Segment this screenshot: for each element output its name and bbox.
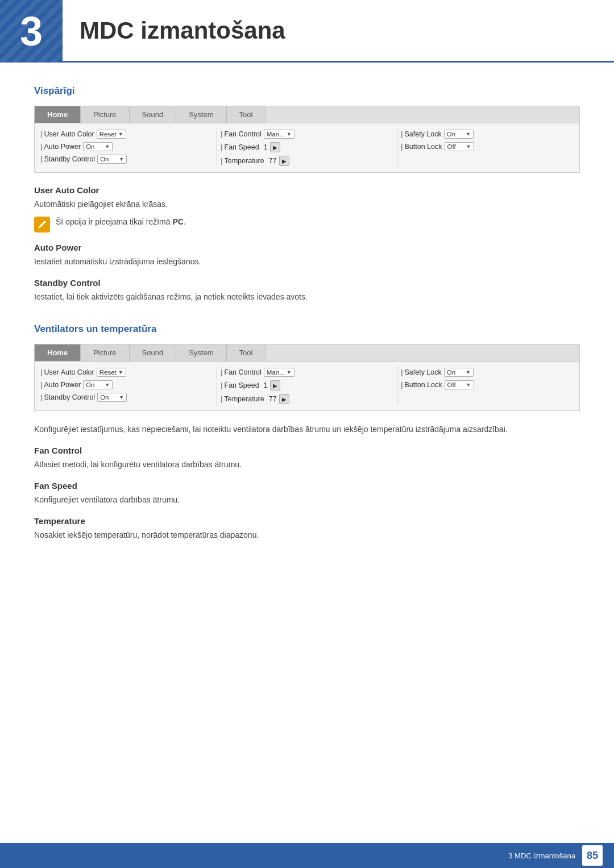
table-row: Auto Power On ▼ xyxy=(40,140,213,153)
user-auto-color-select[interactable]: Reset ▼ xyxy=(97,130,126,139)
table-row: Button Lock Off ▼ xyxy=(401,140,574,153)
fan-control-select[interactable]: Man... ▼ xyxy=(264,130,294,139)
table2-col1: User Auto Color Reset ▼ Auto Power On ▼ … xyxy=(37,366,217,406)
t2-user-auto-color-select[interactable]: Reset ▼ xyxy=(97,368,126,377)
note-box: Šī opcija ir pieejama tikai režīmā PC. xyxy=(34,216,580,232)
t2-temperature-value: 77 xyxy=(269,395,277,403)
tab1-home[interactable]: Home xyxy=(35,106,81,123)
footer-page: 85 xyxy=(582,845,603,866)
sub-heading-standby-control: Standby Control xyxy=(34,278,580,288)
sub-heading-fan-speed: Fan Speed xyxy=(34,481,580,491)
temperature-value: 77 xyxy=(269,157,277,165)
table2-tabs: Home Picture Sound System Tool xyxy=(35,344,579,362)
row-user-auto-color-label: User Auto Color xyxy=(40,130,94,138)
table-row: User Auto Color Reset ▼ xyxy=(40,366,213,379)
table-row: Standby Control On ▼ xyxy=(40,153,213,165)
row2-user-auto-color-label: User Auto Color xyxy=(40,368,94,376)
sub-heading-temperature: Temperature xyxy=(34,516,580,526)
t2-standby-control-select[interactable]: On ▼ xyxy=(97,393,127,402)
row-standby-control-label: Standby Control xyxy=(40,155,95,163)
tab2-home[interactable]: Home xyxy=(35,344,81,361)
sub-text-fan-control: Atlasiet metodi, lai konfigurētu ventila… xyxy=(34,459,580,471)
row-auto-power-label: Auto Power xyxy=(40,143,81,151)
table2-col3: Safety Lock On ▼ Button Lock Off ▼ xyxy=(397,366,577,406)
table-row: Temperature 77 ▶ xyxy=(221,392,393,406)
table1-col1: User Auto Color Reset ▼ Auto Power On ▼ … xyxy=(37,128,217,168)
sub-text-temperature: Nosakiet iekšējo temperatūru, norādot te… xyxy=(34,529,580,541)
safety-lock-select[interactable]: On ▼ xyxy=(444,130,474,139)
row-button-lock-label: Button Lock xyxy=(401,143,442,151)
header: 3 MDC izmantošana xyxy=(0,0,614,63)
row-safety-lock-label: Safety Lock xyxy=(401,130,442,138)
t2-temperature-arrow[interactable]: ▶ xyxy=(279,394,289,404)
table-row: Fan Speed 1 ▶ xyxy=(221,379,393,392)
table1: Home Picture Sound System Tool User Auto… xyxy=(34,106,580,173)
table2-col2: Fan Control Man... ▼ Fan Speed 1 ▶ Tempe… xyxy=(217,366,397,406)
tab1-picture[interactable]: Picture xyxy=(81,106,129,123)
table-row: Auto Power On ▼ xyxy=(40,379,213,391)
table2-body: User Auto Color Reset ▼ Auto Power On ▼ … xyxy=(35,362,579,410)
table-row: Fan Speed 1 ▶ xyxy=(221,140,393,154)
table1-col3: Safety Lock On ▼ Button Lock Off ▼ xyxy=(397,128,577,168)
section1-title: Vispārīgi xyxy=(34,85,580,97)
row2-button-lock-label: Button Lock xyxy=(401,381,442,389)
tab2-system[interactable]: System xyxy=(176,344,226,361)
row-fan-control-label: Fan Control xyxy=(221,130,262,138)
table-row: Button Lock Off ▼ xyxy=(401,379,574,391)
chapter-number: 3 xyxy=(20,11,43,52)
table1-col2: Fan Control Man... ▼ Fan Speed 1 ▶ Tempe… xyxy=(217,128,397,168)
t2-button-lock-select[interactable]: Off ▼ xyxy=(445,380,474,389)
row2-auto-power-label: Auto Power xyxy=(40,381,81,389)
table2: Home Picture Sound System Tool User Auto… xyxy=(34,344,580,411)
t2-auto-power-select[interactable]: On ▼ xyxy=(83,380,113,389)
row2-fan-speed-label: Fan Speed xyxy=(221,381,259,389)
tab1-sound[interactable]: Sound xyxy=(130,106,177,123)
chapter-title-block: MDC izmantošana xyxy=(63,0,614,63)
section2-title: Ventilators un temperatūra xyxy=(34,323,580,335)
note-text: Šī opcija ir pieejama tikai režīmā PC. xyxy=(56,216,186,228)
tab1-system[interactable]: System xyxy=(176,106,226,123)
table1-tabs: Home Picture Sound System Tool xyxy=(35,106,579,123)
row2-fan-control-label: Fan Control xyxy=(221,368,262,376)
fan-speed-value: 1 xyxy=(264,143,268,151)
t2-fan-speed-arrow[interactable]: ▶ xyxy=(270,380,280,391)
row-fan-speed-label: Fan Speed xyxy=(221,143,259,151)
table-row: Fan Control Man... ▼ xyxy=(221,128,393,140)
tab2-sound[interactable]: Sound xyxy=(130,344,177,361)
svg-point-0 xyxy=(44,221,46,223)
table-row: Standby Control On ▼ xyxy=(40,391,213,404)
table-row: Fan Control Man... ▼ xyxy=(221,366,393,379)
content-area: Vispārīgi Home Picture Sound System Tool… xyxy=(0,85,614,579)
tab2-picture[interactable]: Picture xyxy=(81,344,129,361)
row-temperature-label: Temperature xyxy=(221,157,264,165)
table1-body: User Auto Color Reset ▼ Auto Power On ▼ … xyxy=(35,123,579,172)
sub-heading-user-auto-color: User Auto Color xyxy=(34,185,580,195)
tab1-tool[interactable]: Tool xyxy=(227,106,266,123)
row2-safety-lock-label: Safety Lock xyxy=(401,368,442,376)
t2-safety-lock-select[interactable]: On ▼ xyxy=(444,368,474,377)
row2-temperature-label: Temperature xyxy=(221,395,264,403)
sub-text-standby-control: Iestatiet, lai tiek aktivizēts gaidīšana… xyxy=(34,291,580,303)
t2-fan-speed-value: 1 xyxy=(264,381,268,389)
button-lock-select[interactable]: Off ▼ xyxy=(445,142,474,151)
section2-intro: Konfigurējiet iestatījumus, kas nepiecie… xyxy=(34,423,580,435)
chapter-number-block: 3 xyxy=(0,0,63,63)
sub-text-user-auto-color: Automātiski pielāgojiet ekrāna krāsas. xyxy=(34,198,580,210)
sub-text-auto-power: Iestatiet automātisku izstrādājuma ieslē… xyxy=(34,256,580,268)
sub-heading-auto-power: Auto Power xyxy=(34,243,580,252)
tab2-tool[interactable]: Tool xyxy=(227,344,266,361)
fan-speed-arrow[interactable]: ▶ xyxy=(270,142,280,152)
t2-fan-control-select[interactable]: Man... ▼ xyxy=(264,368,294,377)
table-row: Safety Lock On ▼ xyxy=(401,366,574,379)
table-row: Safety Lock On ▼ xyxy=(401,128,574,140)
sub-text-fan-speed: Konfigurējiet ventilatora darbības ātrum… xyxy=(34,494,580,506)
footer-label: 3 MDC izmantošana xyxy=(508,852,575,860)
table-row: Temperature 77 ▶ xyxy=(221,154,393,168)
auto-power-select[interactable]: On ▼ xyxy=(83,142,113,151)
footer: 3 MDC izmantošana 85 xyxy=(0,843,614,868)
note-icon xyxy=(34,217,50,232)
standby-control-select[interactable]: On ▼ xyxy=(97,155,127,164)
sub-heading-fan-control: Fan Control xyxy=(34,446,580,455)
temperature-arrow[interactable]: ▶ xyxy=(279,156,289,166)
table-row: User Auto Color Reset ▼ xyxy=(40,128,213,140)
